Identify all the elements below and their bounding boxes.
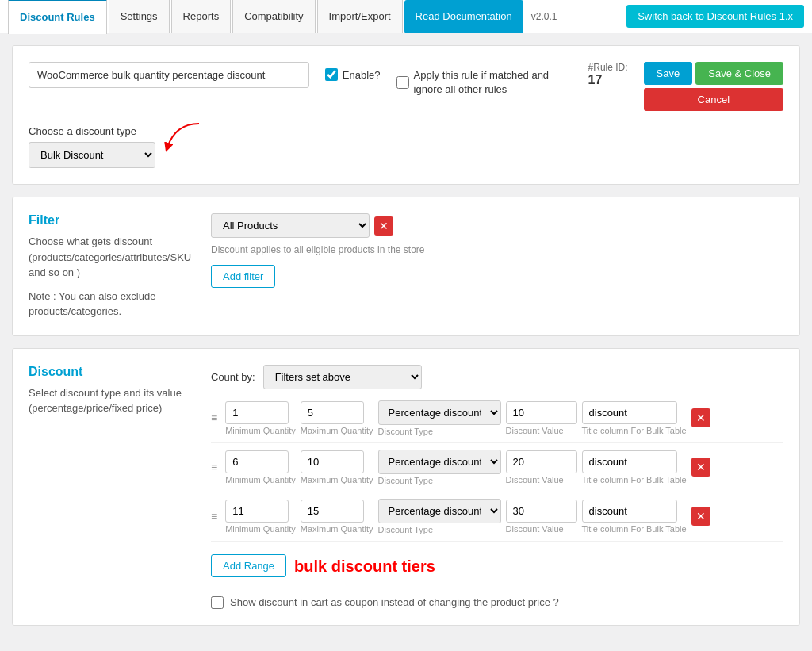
apply-checkbox[interactable] xyxy=(396,76,409,89)
min-qty-input[interactable] xyxy=(225,500,289,523)
discount-section: Discount Select discount type and its va… xyxy=(29,365,783,609)
discount-value-input[interactable] xyxy=(506,450,577,473)
switch-back-button[interactable]: Switch back to Discount Rules 1.x xyxy=(626,5,804,28)
filter-card: Filter Choose what gets discount (produc… xyxy=(12,197,800,336)
drag-handle-icon[interactable]: ≡ xyxy=(211,461,217,473)
discount-type-select[interactable]: Bulk Discount Percentage Discount Fixed … xyxy=(29,142,155,168)
top-navigation: Discount Rules Settings Reports Compatib… xyxy=(0,0,812,33)
discount-section-title: Discount xyxy=(29,365,187,379)
cancel-button[interactable]: Cancel xyxy=(644,88,783,111)
title-col-label: Title column For Bulk Table xyxy=(582,426,687,435)
tab-read-documentation[interactable]: Read Documentation xyxy=(404,0,523,33)
rule-card: Enable? Apply this rule if matched and i… xyxy=(12,45,800,185)
discount-type-col-label: Discount Type xyxy=(378,525,434,534)
discount-desc-line1: Select discount type and its value xyxy=(29,385,187,401)
filter-select[interactable]: All Products Specific Products Category … xyxy=(211,213,370,238)
discount-type-label: Choose a discount type xyxy=(29,125,783,137)
remove-row-button[interactable]: ✕ xyxy=(691,507,710,526)
filter-desc-line2: (products/categories/attributes/SKU and … xyxy=(29,250,187,281)
tab-reports[interactable]: Reports xyxy=(171,0,232,33)
title-col-label: Title column For Bulk Table xyxy=(582,475,687,484)
discount-right: Count by: Filters set above Cart total C… xyxy=(211,365,783,609)
discount-value-label: Discount Value xyxy=(506,426,564,435)
discount-left: Discount Select discount type and its va… xyxy=(29,365,187,609)
add-filter-button[interactable]: Add filter xyxy=(211,265,275,288)
tab-compatibility[interactable]: Compatibility xyxy=(232,0,315,33)
max-qty-label: Maximum Quantity xyxy=(301,426,373,435)
rule-header: Enable? Apply this rule if matched and i… xyxy=(29,62,783,111)
max-qty-label: Maximum Quantity xyxy=(301,524,373,534)
bulk-tiers-label: bulk discount tiers xyxy=(294,557,435,576)
filter-section-title: Filter xyxy=(29,213,187,228)
remove-filter-button[interactable]: ✕ xyxy=(374,216,393,236)
discount-value-input[interactable] xyxy=(506,401,577,424)
discount-desc-line2: (percentage/price/fixed price) xyxy=(29,400,187,416)
max-qty-input[interactable] xyxy=(301,500,364,523)
enable-area: Enable? xyxy=(325,62,381,81)
show-coupon-checkbox[interactable] xyxy=(211,596,224,609)
filter-applies-desc: Discount applies to all eligible product… xyxy=(211,244,783,255)
enable-label: Enable? xyxy=(343,69,381,81)
rule-id-label: #Rule ID: xyxy=(588,62,628,73)
discount-value-label: Discount Value xyxy=(506,524,564,534)
remove-row-button[interactable]: ✕ xyxy=(691,408,710,427)
max-qty-label: Maximum Quantity xyxy=(301,475,373,484)
title-input[interactable] xyxy=(582,401,677,424)
drag-handle-icon[interactable]: ≡ xyxy=(211,510,217,523)
max-qty-input[interactable] xyxy=(301,401,364,424)
drag-handle-icon[interactable]: ≡ xyxy=(211,412,217,424)
tab-import-export[interactable]: Import/Export xyxy=(317,0,403,33)
min-qty-label: Minimum Quantity xyxy=(225,426,296,435)
rule-name-input[interactable] xyxy=(29,62,309,88)
discount-type-row-select[interactable]: Percentage discount Fixed discount Fixed… xyxy=(378,450,501,474)
table-row: ≡ Minimum Quantity Maximum Quantity Perc… xyxy=(211,400,783,443)
count-by-select[interactable]: Filters set above Cart total Cart quanti… xyxy=(263,365,422,389)
rule-id-area: #Rule ID: xyxy=(588,62,628,73)
discount-type-col-label: Discount Type xyxy=(378,427,434,436)
min-qty-label: Minimum Quantity xyxy=(225,475,296,484)
tab-discount-rules[interactable]: Discount Rules xyxy=(8,0,107,34)
apply-area: Apply this rule if matched and ignore al… xyxy=(396,62,573,97)
min-qty-label: Minimum Quantity xyxy=(225,524,296,534)
apply-label: Apply this rule if matched and ignore al… xyxy=(414,68,573,97)
discount-type-col-label: Discount Type xyxy=(378,476,434,485)
count-by-row: Count by: Filters set above Cart total C… xyxy=(211,365,783,389)
save-close-button[interactable]: Save & Close xyxy=(695,62,783,85)
action-buttons: Save Save & Close Cancel xyxy=(644,62,783,111)
tab-settings[interactable]: Settings xyxy=(109,0,170,33)
discount-type-row-select[interactable]: Percentage discount Fixed discount Fixed… xyxy=(378,499,501,523)
count-by-label: Count by: xyxy=(211,371,255,383)
main-content: Enable? Apply this rule if matched and i… xyxy=(0,33,812,649)
title-col-label: Title column For Bulk Table xyxy=(582,524,687,534)
max-qty-input[interactable] xyxy=(301,450,364,473)
title-input[interactable] xyxy=(582,500,677,523)
filter-left: Filter Choose what gets discount (produc… xyxy=(29,213,187,320)
table-row: ≡ Minimum Quantity Maximum Quantity Perc… xyxy=(211,499,783,542)
discount-type-section: Choose a discount type Bulk Discount Per… xyxy=(29,125,783,168)
min-qty-input[interactable] xyxy=(225,450,289,473)
remove-row-button[interactable]: ✕ xyxy=(691,458,710,477)
show-coupon-row: Show discount in cart as coupon instead … xyxy=(211,596,783,609)
table-row: ≡ Minimum Quantity Maximum Quantity Perc… xyxy=(211,450,783,492)
add-range-button[interactable]: Add Range xyxy=(211,554,286,577)
discount-value-input[interactable] xyxy=(506,500,577,523)
min-qty-input[interactable] xyxy=(225,401,289,424)
enable-checkbox[interactable] xyxy=(325,68,338,81)
filter-section: Filter Choose what gets discount (produc… xyxy=(29,213,783,320)
filter-desc-line1: Choose what gets discount xyxy=(29,234,187,250)
filter-right: All Products Specific Products Category … xyxy=(211,213,783,320)
discount-type-row-select[interactable]: Percentage discount Fixed discount Fixed… xyxy=(378,400,501,425)
filter-note: Note : You can also exclude products/cat… xyxy=(29,289,187,320)
rule-id-value: 17 xyxy=(588,73,603,87)
filter-row: All Products Specific Products Category … xyxy=(211,213,783,238)
show-coupon-label: Show discount in cart as coupon instead … xyxy=(230,596,559,608)
save-button[interactable]: Save xyxy=(644,62,693,85)
title-input[interactable] xyxy=(582,450,677,473)
version-label: v2.0.1 xyxy=(531,11,557,22)
discount-card: Discount Select discount type and its va… xyxy=(12,348,800,626)
discount-value-label: Discount Value xyxy=(506,475,564,484)
